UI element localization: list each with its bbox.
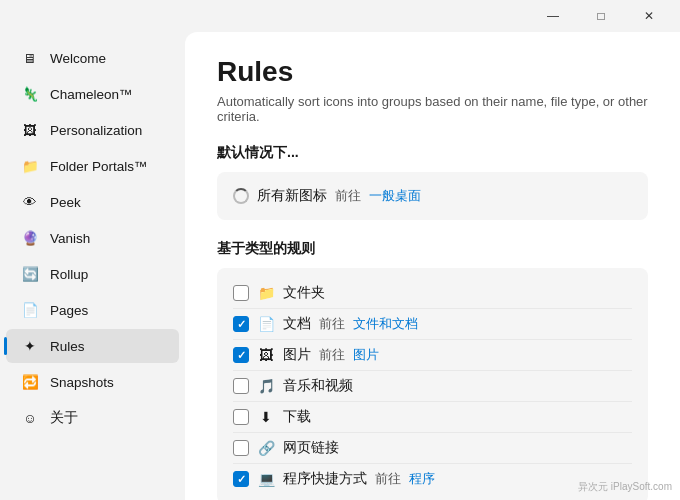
- type-rule-arrow-images: 前往: [319, 346, 345, 364]
- default-rule-destination[interactable]: 一般桌面: [369, 187, 421, 205]
- default-rule-arrow: 前往: [335, 187, 361, 205]
- type-section-card: 📁文件夹📄文档 前往 文件和文档🖼图片 前往 图片🎵音乐和视频⬇下载🔗网页链接💻…: [217, 268, 648, 500]
- checkbox-images[interactable]: [233, 347, 249, 363]
- type-rule-arrow-docs: 前往: [319, 315, 345, 333]
- type-rule-row-shortcuts: 💻程序快捷方式 前往 程序: [233, 463, 632, 494]
- sidebar-item-chameleon[interactable]: 🦎Chameleon™: [6, 77, 179, 111]
- default-rule-row: 所有新图标 前往 一般桌面: [233, 182, 632, 210]
- sidebar-item-rules[interactable]: ✦Rules: [6, 329, 179, 363]
- sidebar-label-folder-portals: Folder Portals™: [50, 159, 148, 174]
- watermark-text: 异次元 iPlaySoft.com: [578, 480, 672, 494]
- checkbox-downloads[interactable]: [233, 409, 249, 425]
- page-description: Automatically sort icons into groups bas…: [217, 94, 648, 124]
- type-rule-row-media: 🎵音乐和视频: [233, 370, 632, 401]
- media-file-icon: 🎵: [257, 378, 275, 394]
- sidebar-label-peek: Peek: [50, 195, 81, 210]
- sidebar-item-pages[interactable]: 📄Pages: [6, 293, 179, 327]
- type-rule-row-images: 🖼图片 前往 图片: [233, 339, 632, 370]
- type-rule-row-weblinks: 🔗网页链接: [233, 432, 632, 463]
- images-file-icon: 🖼: [257, 347, 275, 363]
- sidebar-label-welcome: Welcome: [50, 51, 106, 66]
- checkbox-shortcuts[interactable]: [233, 471, 249, 487]
- rules-icon: ✦: [20, 336, 40, 356]
- sidebar-label-personalization: Personalization: [50, 123, 142, 138]
- folder-file-icon: 📁: [257, 285, 275, 301]
- checkbox-weblinks[interactable]: [233, 440, 249, 456]
- type-rule-label-images: 图片: [283, 346, 311, 364]
- page-title: Rules: [217, 56, 648, 88]
- folder-portals-icon: 📁: [20, 156, 40, 176]
- sidebar-item-folder-portals[interactable]: 📁Folder Portals™: [6, 149, 179, 183]
- sidebar-item-snapshots[interactable]: 🔁Snapshots: [6, 365, 179, 399]
- sidebar-item-vanish[interactable]: 🔮Vanish: [6, 221, 179, 255]
- default-section-title: 默认情况下...: [217, 144, 648, 162]
- weblinks-file-icon: 🔗: [257, 440, 275, 456]
- sidebar-label-vanish: Vanish: [50, 231, 90, 246]
- docs-file-icon: 📄: [257, 316, 275, 332]
- type-rule-arrow-shortcuts: 前往: [375, 470, 401, 488]
- rollup-icon: 🔄: [20, 264, 40, 284]
- pages-icon: 📄: [20, 300, 40, 320]
- sidebar-label-about: 关于: [50, 409, 78, 427]
- type-rule-row-folder: 📁文件夹: [233, 278, 632, 308]
- sidebar-label-rollup: Rollup: [50, 267, 88, 282]
- sidebar-item-about[interactable]: ☺关于: [6, 401, 179, 435]
- shortcuts-file-icon: 💻: [257, 471, 275, 487]
- maximize-button[interactable]: □: [578, 0, 624, 32]
- default-rule-label: 所有新图标: [257, 187, 327, 205]
- checkbox-folder[interactable]: [233, 285, 249, 301]
- checkbox-docs[interactable]: [233, 316, 249, 332]
- sidebar-item-peek[interactable]: 👁Peek: [6, 185, 179, 219]
- watermark: 异次元 iPlaySoft.com: [578, 480, 672, 494]
- content-area: Rules Automatically sort icons into grou…: [185, 32, 680, 500]
- type-rule-row-downloads: ⬇下载: [233, 401, 632, 432]
- sidebar-label-pages: Pages: [50, 303, 88, 318]
- type-rule-label-docs: 文档: [283, 315, 311, 333]
- spinner-icon: [233, 188, 249, 204]
- app-container: 🖥Welcome🦎Chameleon™🖼Personalization📁Fold…: [0, 32, 680, 500]
- sidebar-label-snapshots: Snapshots: [50, 375, 114, 390]
- sidebar-label-chameleon: Chameleon™: [50, 87, 133, 102]
- snapshots-icon: 🔁: [20, 372, 40, 392]
- type-rule-label-shortcuts: 程序快捷方式: [283, 470, 367, 488]
- type-rule-label-folder: 文件夹: [283, 284, 325, 302]
- sidebar-item-personalization[interactable]: 🖼Personalization: [6, 113, 179, 147]
- downloads-file-icon: ⬇: [257, 409, 275, 425]
- type-rule-label-media: 音乐和视频: [283, 377, 353, 395]
- type-rule-dest-images[interactable]: 图片: [353, 346, 379, 364]
- minimize-button[interactable]: —: [530, 0, 576, 32]
- type-rule-row-docs: 📄文档 前往 文件和文档: [233, 308, 632, 339]
- checkbox-media[interactable]: [233, 378, 249, 394]
- title-bar: — □ ✕: [0, 0, 680, 32]
- type-rule-label-downloads: 下载: [283, 408, 311, 426]
- close-button[interactable]: ✕: [626, 0, 672, 32]
- vanish-icon: 🔮: [20, 228, 40, 248]
- sidebar-item-rollup[interactable]: 🔄Rollup: [6, 257, 179, 291]
- sidebar: 🖥Welcome🦎Chameleon™🖼Personalization📁Fold…: [0, 32, 185, 500]
- peek-icon: 👁: [20, 192, 40, 212]
- type-rule-dest-shortcuts[interactable]: 程序: [409, 470, 435, 488]
- sidebar-item-welcome[interactable]: 🖥Welcome: [6, 41, 179, 75]
- default-section-card: 所有新图标 前往 一般桌面: [217, 172, 648, 220]
- personalization-icon: 🖼: [20, 120, 40, 140]
- welcome-icon: 🖥: [20, 48, 40, 68]
- chameleon-icon: 🦎: [20, 84, 40, 104]
- type-rule-label-weblinks: 网页链接: [283, 439, 339, 457]
- type-rule-dest-docs[interactable]: 文件和文档: [353, 315, 418, 333]
- type-section-title: 基于类型的规则: [217, 240, 648, 258]
- about-icon: ☺: [20, 408, 40, 428]
- sidebar-label-rules: Rules: [50, 339, 85, 354]
